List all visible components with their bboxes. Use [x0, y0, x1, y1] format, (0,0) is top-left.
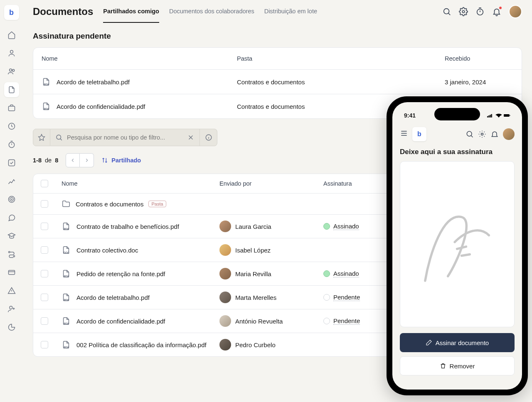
bell-icon[interactable]	[492, 7, 501, 16]
avatar	[219, 244, 231, 256]
svg-point-10	[8, 251, 10, 252]
clear-icon[interactable]	[187, 134, 195, 141]
svg-point-16	[477, 9, 483, 15]
row-checkbox[interactable]	[41, 317, 48, 325]
info-button[interactable]	[200, 129, 217, 146]
pdf-icon: PDF	[62, 222, 71, 231]
col-header-name: Nome	[42, 55, 237, 62]
tab-batch-distribution[interactable]: Distribuição em lote	[264, 0, 317, 23]
col-header-folder: Pasta	[237, 55, 445, 62]
sign-document-button[interactable]: Assinar documento	[400, 333, 515, 352]
nav-route[interactable]	[4, 247, 19, 262]
avatar	[219, 221, 231, 232]
svg-rect-30	[491, 114, 492, 118]
pager-prev[interactable]	[66, 153, 80, 167]
nav-briefcase[interactable]	[4, 100, 19, 115]
page-title: Documentos	[33, 6, 93, 17]
svg-text:PDF: PDF	[44, 108, 49, 110]
pdf-icon: PDF	[62, 340, 71, 349]
notification-dot	[499, 6, 502, 10]
file-name: Acordo de confidencialidade.pdf	[57, 103, 145, 110]
nav-target[interactable]	[4, 192, 19, 207]
nav-pie[interactable]	[4, 320, 19, 335]
sort-dropdown[interactable]: Partilhado	[101, 157, 141, 164]
gear-icon[interactable]	[478, 130, 486, 138]
tab-collaborator-docs[interactable]: Documentos dos colaboradores	[169, 0, 254, 23]
svg-text:PDF: PDF	[64, 346, 69, 349]
nav-home[interactable]	[4, 27, 19, 42]
folder-name: Contratos e documentos	[76, 201, 143, 208]
star-filter-button[interactable]	[33, 129, 50, 146]
row-checkbox[interactable]	[41, 294, 48, 301]
status-dot	[323, 318, 330, 324]
nav-alert[interactable]	[4, 283, 19, 298]
col-header-signature: Assinatura	[323, 180, 388, 187]
status-dot	[323, 223, 330, 230]
pdf-icon: PDF	[42, 77, 51, 86]
col-header-sender: Enviado por	[219, 180, 323, 187]
col-header-received: Recebido	[445, 55, 513, 62]
folder-name: Contratos e documentos	[237, 78, 445, 86]
nav-timer[interactable]	[4, 137, 19, 152]
gear-icon[interactable]	[459, 7, 468, 16]
svg-rect-12	[8, 270, 15, 275]
svg-text:PDF: PDF	[64, 322, 69, 325]
nav-add-user[interactable]	[4, 302, 19, 316]
phone-logo[interactable]: b	[412, 127, 426, 141]
svg-point-34	[481, 133, 483, 135]
user-avatar[interactable]	[509, 5, 522, 18]
app-logo[interactable]: b	[4, 5, 19, 20]
nav-people[interactable]	[4, 64, 19, 79]
svg-text:PDF: PDF	[64, 299, 69, 302]
nav-documents[interactable]	[4, 82, 19, 97]
row-checkbox[interactable]	[41, 200, 48, 208]
phone-title: Deixe aqui a sua assinatura	[400, 148, 515, 156]
svg-rect-27	[487, 116, 488, 118]
remove-button[interactable]: Remover	[400, 356, 515, 375]
search-input[interactable]	[67, 134, 183, 141]
signature-pad[interactable]	[400, 161, 515, 327]
row-checkbox[interactable]	[41, 223, 48, 230]
search-icon	[55, 134, 63, 141]
phone-time: 9:41	[404, 112, 416, 119]
svg-rect-31	[504, 114, 510, 117]
nav-check[interactable]	[4, 155, 19, 170]
svg-rect-28	[488, 115, 489, 118]
search-icon[interactable]	[466, 130, 474, 138]
nav-user[interactable]	[4, 46, 19, 61]
svg-point-15	[462, 10, 465, 13]
col-header-name: Nome	[62, 180, 219, 187]
nav-chart[interactable]	[4, 174, 19, 189]
nav-education[interactable]	[4, 228, 19, 243]
avatar	[219, 339, 231, 351]
pager-next[interactable]	[80, 153, 94, 167]
hamburger-icon[interactable]	[400, 129, 408, 139]
row-checkbox[interactable]	[41, 341, 48, 348]
svg-rect-29	[490, 115, 490, 117]
select-all-checkbox[interactable]	[41, 180, 48, 187]
svg-point-1	[9, 69, 12, 71]
pending-section-title: Assinatura pendente	[33, 32, 522, 41]
svg-text:DOC: DOC	[64, 251, 70, 254]
svg-point-2	[12, 69, 14, 71]
pending-row[interactable]: PDF Acordo de teletrabalho.pdf Contratos…	[33, 70, 522, 94]
stopwatch-icon[interactable]	[475, 7, 485, 16]
phone-avatar[interactable]	[503, 128, 515, 140]
row-checkbox[interactable]	[41, 270, 48, 277]
status-dot	[323, 270, 330, 277]
nav-card[interactable]	[4, 265, 19, 280]
svg-rect-32	[510, 115, 510, 116]
svg-point-11	[13, 255, 15, 257]
search-icon[interactable]	[442, 7, 451, 16]
row-checkbox[interactable]	[41, 246, 48, 254]
svg-point-8	[10, 198, 13, 201]
file-name: Acordo de teletrabalho.pdf	[57, 78, 130, 86]
svg-point-33	[467, 131, 472, 136]
bell-icon[interactable]	[490, 130, 499, 138]
svg-point-14	[444, 9, 449, 14]
received-date: 3 janeiro, 2024	[445, 78, 513, 86]
status-dot	[323, 294, 330, 301]
nav-chat[interactable]	[4, 210, 19, 225]
nav-clock[interactable]	[4, 119, 19, 134]
tab-shared-with-me[interactable]: Partilhados comigo	[103, 0, 159, 23]
